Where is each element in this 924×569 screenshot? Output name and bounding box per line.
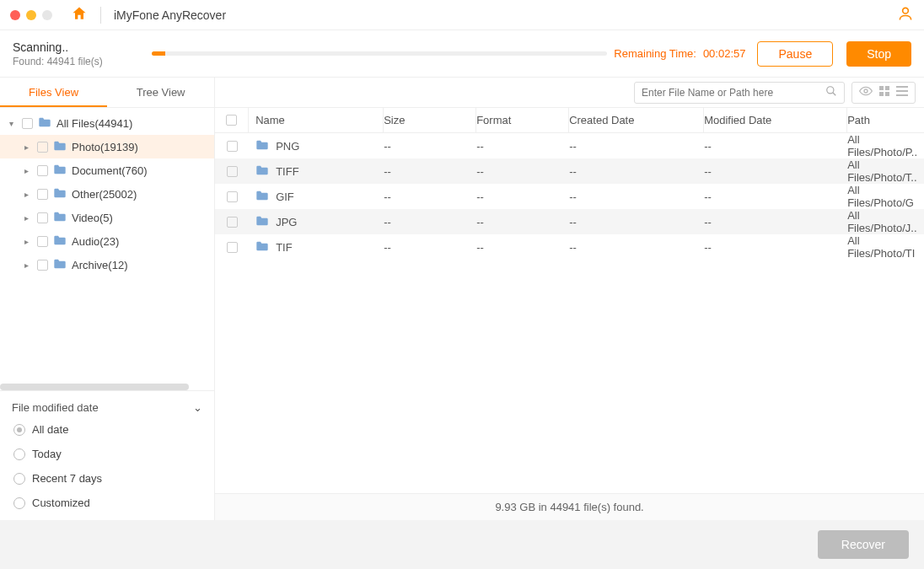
caret-right-icon[interactable]: ▸ <box>20 260 32 270</box>
cell-path: All Files/Photo/TI <box>847 234 924 260</box>
table-row[interactable]: TIFF--------All Files/Photo/T.. <box>215 158 924 184</box>
table-row[interactable]: PNG--------All Files/Photo/P.. <box>215 133 924 158</box>
search-box[interactable] <box>634 82 845 104</box>
cell-size: -- <box>384 191 476 203</box>
min-dot[interactable] <box>26 10 36 20</box>
folder-icon <box>53 211 67 225</box>
checkbox[interactable] <box>37 189 48 200</box>
table-row[interactable]: TIF--------All Files/Photo/TI <box>215 234 924 260</box>
tree-item[interactable]: ▸Archive(12) <box>0 253 214 276</box>
col-format[interactable]: Format <box>476 108 569 132</box>
cell-name: TIF <box>276 241 293 254</box>
filter-label: Customized <box>32 497 90 509</box>
chevron-down-icon: ⌄ <box>193 401 202 414</box>
tree-item[interactable]: ▸Photo(19139) <box>0 135 214 158</box>
home-icon[interactable] <box>71 5 88 24</box>
folder-icon <box>53 234 67 249</box>
col-created[interactable]: Created Date <box>569 108 704 132</box>
view-toggle[interactable] <box>851 82 916 104</box>
caret-down-icon[interactable]: ▾ <box>5 119 17 128</box>
col-name[interactable]: Name <box>249 108 384 132</box>
radio[interactable] <box>13 424 25 436</box>
search-input[interactable] <box>642 87 825 99</box>
row-checkbox[interactable] <box>227 166 238 177</box>
content-toolbar <box>215 78 924 108</box>
progress-bar <box>152 51 607 56</box>
divider <box>100 7 101 24</box>
filter-option[interactable]: All date <box>12 417 202 442</box>
user-icon[interactable] <box>897 5 914 24</box>
checkbox[interactable] <box>37 236 48 247</box>
cell-modified: -- <box>704 191 847 203</box>
svg-point-1 <box>827 87 834 94</box>
remaining-label: Remaining Time: <box>614 47 696 60</box>
tree-label: Other(25002) <box>72 188 137 201</box>
col-modified[interactable]: Modified Date <box>704 108 847 132</box>
table-row[interactable]: JPG--------All Files/Photo/J.. <box>215 209 924 234</box>
tree-item[interactable]: ▸Document(760) <box>0 158 214 182</box>
folder-icon <box>53 258 67 272</box>
tab-files-view[interactable]: Files View <box>0 78 107 107</box>
row-checkbox[interactable] <box>227 217 238 228</box>
list-icon[interactable] <box>896 86 908 99</box>
tree-item[interactable]: ▸Video(5) <box>0 206 214 229</box>
filter-option[interactable]: Recent 7 days <box>12 466 202 491</box>
row-checkbox[interactable] <box>227 191 238 202</box>
tree-item[interactable]: ▸Audio(23) <box>0 229 214 253</box>
cell-size: -- <box>384 216 476 228</box>
tab-tree-view[interactable]: Tree View <box>107 78 214 107</box>
cell-modified: -- <box>704 140 847 153</box>
search-icon[interactable] <box>825 85 837 99</box>
filter-panel: File modified date ⌄ All dateTodayRecent… <box>0 390 214 520</box>
caret-right-icon[interactable]: ▸ <box>20 237 32 246</box>
svg-rect-5 <box>879 92 884 96</box>
checkbox[interactable] <box>37 212 48 223</box>
svg-rect-4 <box>885 86 889 90</box>
cell-format: -- <box>476 140 569 153</box>
stop-button[interactable]: Stop <box>846 41 911 67</box>
folder-icon <box>53 187 67 201</box>
cell-format: -- <box>476 241 569 254</box>
row-checkbox[interactable] <box>227 141 238 152</box>
caret-right-icon[interactable]: ▸ <box>20 166 32 175</box>
cell-path: All Files/Photo/P.. <box>847 133 924 158</box>
cell-format: -- <box>476 191 569 203</box>
checkbox[interactable] <box>37 165 48 176</box>
eye-icon[interactable] <box>859 86 873 99</box>
col-size[interactable]: Size <box>384 108 476 132</box>
table-row[interactable]: GIF--------All Files/Photo/G <box>215 184 924 209</box>
close-dot[interactable] <box>10 10 20 20</box>
cell-created: -- <box>569 241 704 254</box>
sidebar-scrollbar[interactable] <box>0 384 189 390</box>
filter-label: All date <box>32 423 68 436</box>
checkbox[interactable] <box>37 142 48 153</box>
cell-size: -- <box>384 241 476 254</box>
radio[interactable] <box>13 473 25 485</box>
col-path[interactable]: Path <box>847 114 924 126</box>
pause-button[interactable]: Pause <box>757 41 833 67</box>
tree-item[interactable]: ▸Other(25002) <box>0 182 214 206</box>
caret-right-icon[interactable]: ▸ <box>20 190 32 199</box>
tree-root[interactable]: ▾ All Files(44941) <box>0 111 214 135</box>
select-all-checkbox[interactable] <box>226 115 237 126</box>
titlebar: iMyFone AnyRecover <box>0 0 924 30</box>
folder-icon <box>255 215 269 229</box>
max-dot[interactable] <box>42 10 52 20</box>
table-header: Name Size Format Created Date Modified D… <box>215 108 924 133</box>
filter-label: Recent 7 days <box>32 472 102 485</box>
radio[interactable] <box>13 497 25 509</box>
caret-right-icon[interactable]: ▸ <box>20 142 32 152</box>
folder-icon <box>53 140 67 154</box>
checkbox[interactable] <box>37 260 48 271</box>
recover-button[interactable]: Recover <box>818 530 909 559</box>
cell-name: GIF <box>276 191 294 203</box>
caret-right-icon[interactable]: ▸ <box>20 213 32 223</box>
radio[interactable] <box>13 448 25 460</box>
filter-option[interactable]: Today <box>12 442 202 466</box>
checkbox[interactable] <box>22 118 33 129</box>
scan-status: Scanning.. <box>13 40 152 54</box>
filter-header[interactable]: File modified date ⌄ <box>12 398 202 417</box>
grid-icon[interactable] <box>879 86 889 99</box>
row-checkbox[interactable] <box>227 242 238 253</box>
filter-option[interactable]: Customized <box>12 491 202 515</box>
